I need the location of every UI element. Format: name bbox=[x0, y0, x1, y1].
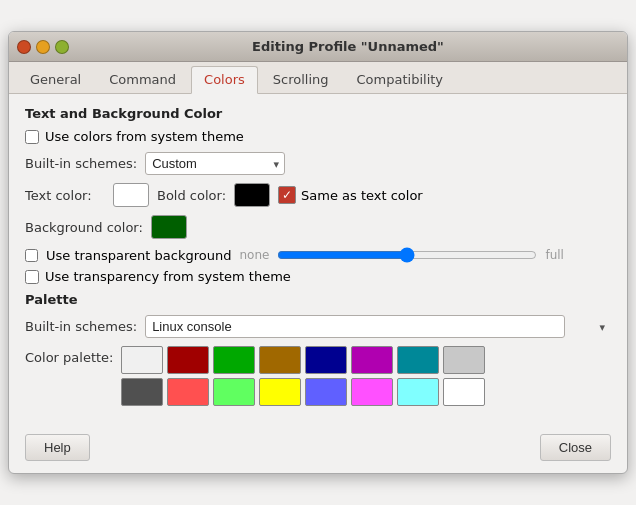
section2-title: Palette bbox=[25, 292, 611, 307]
titlebar: Editing Profile "Unnamed" bbox=[9, 32, 627, 62]
transparency-slider[interactable] bbox=[277, 247, 537, 263]
window-title: Editing Profile "Unnamed" bbox=[77, 39, 619, 54]
use-transparent-checkbox[interactable] bbox=[25, 249, 38, 262]
palette-color-3[interactable] bbox=[259, 346, 301, 374]
builtin-schemes-select-wrap: Custom bbox=[145, 152, 285, 175]
main-window: Editing Profile "Unnamed" General Comman… bbox=[8, 31, 628, 474]
bold-color-swatch[interactable] bbox=[234, 183, 270, 207]
text-color-swatch[interactable] bbox=[113, 183, 149, 207]
palette-color-12[interactable] bbox=[305, 378, 347, 406]
palette-color-0[interactable] bbox=[121, 346, 163, 374]
palette-color-2[interactable] bbox=[213, 346, 255, 374]
use-transparency-system-label: Use transparency from system theme bbox=[45, 269, 291, 284]
close-window-button[interactable] bbox=[17, 40, 31, 54]
window-controls bbox=[17, 40, 69, 54]
use-system-theme-label: Use colors from system theme bbox=[45, 129, 244, 144]
builtin-schemes-select[interactable]: Custom bbox=[145, 152, 285, 175]
tab-general[interactable]: General bbox=[17, 66, 94, 93]
same-as-text-checkbox[interactable] bbox=[278, 186, 296, 204]
bold-color-group: Bold color: Same as text color bbox=[157, 183, 423, 207]
palette-color-8[interactable] bbox=[121, 378, 163, 406]
minimize-window-button[interactable] bbox=[36, 40, 50, 54]
palette-color-5[interactable] bbox=[351, 346, 393, 374]
use-system-theme-row: Use colors from system theme bbox=[25, 129, 611, 144]
palette-color-14[interactable] bbox=[397, 378, 439, 406]
text-color-row: Text color: Bold color: Same as text col… bbox=[25, 183, 611, 207]
palette-color-11[interactable] bbox=[259, 378, 301, 406]
color-palette-label: Color palette: bbox=[25, 346, 113, 365]
palette-schemes-row: Built-in schemes: Linux console bbox=[25, 315, 611, 338]
full-label: full bbox=[545, 248, 564, 262]
tab-colors[interactable]: Colors bbox=[191, 66, 258, 94]
same-as-text-label: Same as text color bbox=[301, 188, 423, 203]
section1-title: Text and Background Color bbox=[25, 106, 611, 121]
use-transparent-row: Use transparent background none full bbox=[25, 247, 611, 263]
palette-section: Palette Built-in schemes: Linux console … bbox=[25, 292, 611, 406]
palette-color-9[interactable] bbox=[167, 378, 209, 406]
palette-color-6[interactable] bbox=[397, 346, 439, 374]
tab-compatibility[interactable]: Compatibility bbox=[344, 66, 457, 93]
palette-schemes-select[interactable]: Linux console bbox=[145, 315, 565, 338]
same-as-text-group: Same as text color bbox=[278, 186, 423, 204]
bold-color-label: Bold color: bbox=[157, 188, 226, 203]
palette-schemes-select-wrap: Linux console bbox=[145, 315, 611, 338]
builtin-schemes-row: Built-in schemes: Custom bbox=[25, 152, 611, 175]
palette-color-4[interactable] bbox=[305, 346, 347, 374]
tab-content: Text and Background Color Use colors fro… bbox=[9, 94, 627, 426]
palette-row-1 bbox=[121, 346, 485, 374]
tab-bar: General Command Colors Scrolling Compati… bbox=[9, 62, 627, 94]
palette-schemes-label: Built-in schemes: bbox=[25, 319, 137, 334]
palette-color-13[interactable] bbox=[351, 378, 393, 406]
use-transparent-label: Use transparent background bbox=[46, 248, 231, 263]
close-button[interactable]: Close bbox=[540, 434, 611, 461]
maximize-window-button[interactable] bbox=[55, 40, 69, 54]
palette-color-10[interactable] bbox=[213, 378, 255, 406]
background-color-label: Background color: bbox=[25, 220, 143, 235]
tab-command[interactable]: Command bbox=[96, 66, 189, 93]
use-transparency-system-checkbox[interactable] bbox=[25, 270, 39, 284]
help-button[interactable]: Help bbox=[25, 434, 90, 461]
palette-row-2 bbox=[121, 378, 485, 406]
palette-schemes-select-container: Linux console bbox=[145, 315, 611, 338]
palette-color-15[interactable] bbox=[443, 378, 485, 406]
palette-colors bbox=[121, 346, 485, 406]
use-transparency-system-row: Use transparency from system theme bbox=[25, 269, 611, 284]
builtin-schemes-label: Built-in schemes: bbox=[25, 156, 137, 171]
background-color-swatch[interactable] bbox=[151, 215, 187, 239]
none-label: none bbox=[239, 248, 269, 262]
footer: Help Close bbox=[9, 426, 627, 473]
use-system-theme-checkbox[interactable] bbox=[25, 130, 39, 144]
palette-color-1[interactable] bbox=[167, 346, 209, 374]
tab-scrolling[interactable]: Scrolling bbox=[260, 66, 342, 93]
background-color-row: Background color: bbox=[25, 215, 611, 239]
palette-color-7[interactable] bbox=[443, 346, 485, 374]
color-palette-row: Color palette: bbox=[25, 346, 611, 406]
text-color-label: Text color: bbox=[25, 188, 105, 203]
